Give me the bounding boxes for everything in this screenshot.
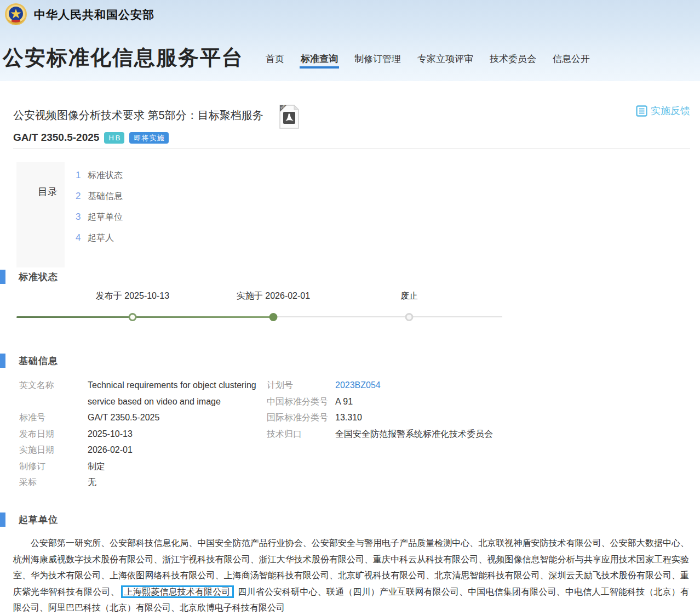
- info-row-english-name: 英文名称 Technical requirements for object c…: [19, 377, 266, 409]
- nav-item-expert-review[interactable]: 专家立项评审: [417, 53, 473, 74]
- timeline-label-implemented: 实施于 2026-02-01: [237, 291, 310, 302]
- timeline-line-done: [16, 316, 273, 318]
- toc-item-label: 基础信息: [88, 191, 123, 202]
- top-bar: 中华人民共和国公安部: [0, 0, 700, 29]
- info-row-standard-code: 标准号 GA/T 2350.5-2025: [19, 409, 266, 426]
- timeline-node-implemented: [269, 313, 278, 321]
- info-row-implement-date: 实施日期 2026-02-01: [19, 442, 266, 458]
- status-badge: 即将实施: [129, 132, 169, 144]
- info-value: Technical requirements for object cluste…: [88, 377, 263, 409]
- nav-item-home[interactable]: 首页: [266, 53, 284, 74]
- divider: [13, 148, 690, 149]
- section-header-basic-info: 基础信息: [0, 354, 58, 368]
- nav-item-standard-query[interactable]: 标准查询: [301, 53, 338, 74]
- implementation-feedback-link[interactable]: 实施反馈: [636, 104, 690, 117]
- info-row-revision-type: 制修订 制定: [19, 458, 266, 475]
- toc-item-label: 起草人: [88, 232, 114, 244]
- info-value: 全国安全防范报警系统标准化技术委员会: [335, 426, 493, 442]
- info-label: 国际标准分类号: [267, 409, 335, 426]
- info-value: 2025-10-13: [88, 426, 263, 442]
- toc-item-drafters[interactable]: 4 起草人: [76, 232, 123, 253]
- standard-code: GA/T 2350.5-2025: [13, 132, 99, 144]
- info-value: 2026-02-01: [88, 442, 263, 458]
- basic-info-right-column: 计划号 2023BZ054 中国标准分类号 A 91 国际标准分类号 13.31…: [267, 377, 672, 442]
- status-timeline: 发布于 2025-10-13 实施于 2026-02-01 废止: [16, 291, 504, 329]
- info-label: 标准号: [19, 409, 88, 426]
- toc-label-box: 目录: [16, 162, 65, 267]
- plan-number-link[interactable]: 2023BZ054: [335, 377, 381, 394]
- info-label: 实施日期: [19, 442, 88, 458]
- info-value: 制定: [88, 458, 263, 475]
- timeline-label-published: 发布于 2025-10-13: [96, 291, 169, 302]
- toc-item-status[interactable]: 1 标准状态: [76, 170, 123, 191]
- toc-list: 1 标准状态 2 基础信息 3 起草单位 4 起草人: [76, 170, 123, 253]
- main-nav: 首页 标准查询 制修订管理 专家立项评审 技术委员会 信息公开: [266, 53, 590, 74]
- nav-item-revision-management[interactable]: 制修订管理: [354, 53, 401, 74]
- section-accent-bar: [0, 512, 5, 527]
- toc-item-number: 4: [76, 232, 83, 243]
- police-emblem-icon: [4, 3, 27, 26]
- section-header-drafting-units: 起草单位: [0, 512, 58, 527]
- timeline-node-abolished: [405, 313, 414, 321]
- standard-code-row: GA/T 2350.5-2025 HB 即将实施: [13, 132, 169, 144]
- nav-item-info-disclosure[interactable]: 信息公开: [553, 53, 590, 74]
- pdf-file-icon[interactable]: PDF: [279, 104, 300, 129]
- section-title: 基础信息: [19, 355, 58, 367]
- info-label: 制修订: [19, 458, 88, 475]
- info-label: 采标: [19, 474, 88, 491]
- section-accent-bar: [0, 270, 5, 284]
- section-accent-bar: [0, 354, 5, 368]
- highlighted-company: 上海熙菱信息技术有限公司: [121, 585, 234, 598]
- page: 中华人民共和国公安部 公安标准化信息服务平台 首页 标准查询 制修订管理 专家立…: [0, 0, 700, 615]
- basic-info-left-column: 英文名称 Technical requirements for object c…: [19, 377, 266, 491]
- site-title: 公安标准化信息服务平台: [3, 44, 244, 72]
- info-value: GA/T 2350.5-2025: [88, 409, 263, 426]
- info-row-adoption: 采标 无: [19, 474, 266, 491]
- toc-item-number: 1: [76, 170, 83, 181]
- toc-item-number: 2: [76, 191, 83, 202]
- feedback-list-icon: [636, 105, 647, 117]
- standard-title: 公安视频图像分析技术要求 第5部分：目标聚档服务: [13, 107, 263, 123]
- timeline-line-pending: [273, 316, 502, 317]
- content: 公安视频图像分析技术要求 第5部分：目标聚档服务 PDF 实施反馈 GA/T 2…: [0, 81, 700, 615]
- drafting-units-paragraph: 公安部第一研究所、公安部科技信息化局、中国安全防范产品行业协会、公安部安全与警用…: [13, 535, 689, 615]
- info-label: 中国标准分类号: [267, 394, 335, 410]
- info-value: A 91: [335, 394, 353, 410]
- info-row-technical-committee: 技术归口 全国安全防范报警系统标准化技术委员会: [267, 426, 672, 442]
- toc-item-label: 起草单位: [88, 212, 123, 223]
- header: 中华人民共和国公安部 公安标准化信息服务平台 首页 标准查询 制修订管理 专家立…: [0, 0, 700, 81]
- org-name: 中华人民共和国公安部: [34, 7, 154, 22]
- info-row-ics-classification: 国际标准分类号 13.310: [267, 409, 672, 426]
- toc-item-drafting-units[interactable]: 3 起草单位: [76, 212, 123, 232]
- section-title: 标准状态: [19, 271, 58, 283]
- info-label: 计划号: [267, 377, 335, 394]
- toc-item-label: 标准状态: [88, 170, 123, 181]
- toc-item-number: 3: [76, 212, 83, 223]
- timeline-label-abolished: 废止: [400, 291, 418, 302]
- timeline-node-published: [129, 313, 137, 321]
- info-label: 发布日期: [19, 426, 88, 442]
- info-label: 技术归口: [267, 426, 335, 442]
- info-row-china-classification: 中国标准分类号 A 91: [267, 394, 672, 410]
- toc-item-basic-info[interactable]: 2 基础信息: [76, 191, 123, 212]
- info-row-plan-number: 计划号 2023BZ054: [267, 377, 672, 394]
- section-header-status: 标准状态: [0, 270, 58, 284]
- standard-title-row: 公安视频图像分析技术要求 第5部分：目标聚档服务 PDF: [13, 107, 300, 129]
- info-label: 英文名称: [19, 377, 88, 409]
- info-row-publish-date: 发布日期 2025-10-13: [19, 426, 266, 442]
- hb-badge: HB: [104, 132, 124, 144]
- info-value: 13.310: [335, 409, 362, 426]
- info-value: 无: [88, 474, 263, 491]
- nav-item-technical-committee[interactable]: 技术委员会: [490, 53, 536, 74]
- section-title: 起草单位: [19, 514, 58, 526]
- feedback-label: 实施反馈: [651, 104, 690, 117]
